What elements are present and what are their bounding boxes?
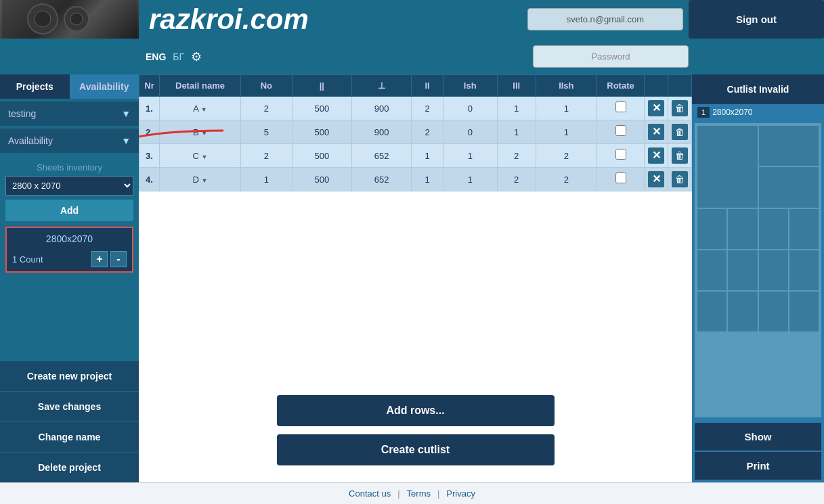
- page-num: 1: [697, 107, 710, 118]
- row-rotate[interactable]: [597, 97, 645, 120]
- row-rotate[interactable]: [597, 120, 645, 144]
- logo-image: [0, 0, 139, 39]
- chevron-down-icon-2: ▼: [121, 135, 131, 146]
- row-rotate[interactable]: [597, 144, 645, 168]
- contact-link[interactable]: Contact us: [349, 488, 391, 499]
- preview-cell: [759, 167, 819, 207]
- create-cutlist-button[interactable]: Create cutlist: [277, 434, 555, 465]
- row-col4: 0: [443, 120, 497, 144]
- row-col3: 2: [412, 120, 443, 144]
- add-rows-button[interactable]: Add rows...: [277, 395, 555, 426]
- privacy-link[interactable]: Privacy: [446, 488, 475, 499]
- count-plus-button[interactable]: +: [91, 251, 108, 267]
- brand-title: razkroi.com: [149, 0, 527, 39]
- preview-cell: [728, 250, 757, 290]
- row-col4: 0: [443, 97, 497, 120]
- save-changes-button[interactable]: Save changes: [0, 392, 139, 421]
- cutlist-invalid-button[interactable]: Cutlist Invalid: [692, 74, 824, 104]
- preview-cell: [697, 126, 758, 208]
- create-new-project-button[interactable]: Create new project: [0, 361, 139, 391]
- footer: Contact us | Terms | Privacy: [0, 482, 824, 504]
- count-label: 1 Count: [12, 254, 89, 265]
- password-button[interactable]: Password: [533, 45, 689, 68]
- row-delete-btn[interactable]: 🗑: [668, 97, 692, 120]
- right-panel: Cutlist Invalid 1 2800x2070 Show: [692, 74, 824, 482]
- sheet-size-input[interactable]: [9, 231, 129, 247]
- row-col2: 900: [351, 120, 411, 144]
- arrow-indicator: [139, 104, 237, 158]
- svg-rect-4: [2, 0, 137, 39]
- col-il: Il: [412, 75, 443, 97]
- gear-icon[interactable]: ⚙: [191, 49, 202, 64]
- row-delete-btn[interactable]: 🗑: [668, 168, 692, 191]
- show-button[interactable]: Show: [695, 423, 821, 451]
- col-detail-name: Detail name: [160, 75, 241, 97]
- change-name-button[interactable]: Change name: [0, 422, 139, 452]
- col-perp: ⊥: [351, 75, 411, 97]
- row-col5: 1: [497, 97, 536, 120]
- tab-availability[interactable]: Availability: [70, 74, 139, 99]
- sheet-preview-area: [695, 123, 821, 417]
- terms-link[interactable]: Terms: [407, 488, 431, 499]
- row-col2: 900: [351, 97, 411, 120]
- lang-bg[interactable]: БГ: [173, 51, 184, 62]
- sheet-preview-label: 2800x2070: [712, 108, 752, 117]
- preview-cell: [728, 209, 757, 249]
- count-minus-button[interactable]: -: [110, 251, 127, 267]
- preview-cell: [789, 250, 819, 290]
- col-iish: IIsh: [536, 75, 597, 97]
- preview-cell: [728, 292, 757, 331]
- print-button[interactable]: Print: [695, 452, 821, 480]
- row-col4: 1: [443, 168, 497, 191]
- preview-cell: [697, 209, 727, 249]
- row-col1: 500: [292, 168, 351, 191]
- preview-cell: [697, 250, 727, 290]
- project-name: testing: [8, 108, 36, 119]
- preview-cell: [759, 209, 788, 249]
- row-col5: 2: [497, 144, 536, 168]
- row-clear-btn[interactable]: ✕: [645, 168, 668, 191]
- row-name[interactable]: D ▼: [160, 168, 241, 191]
- project-dropdown[interactable]: testing ▼: [0, 101, 139, 126]
- col-nr: Nr: [139, 75, 160, 97]
- chevron-down-icon: ▼: [121, 108, 131, 119]
- row-no: 5: [241, 120, 292, 144]
- col-delete: [668, 75, 692, 97]
- row-nr: 4.: [139, 168, 160, 191]
- sheets-select[interactable]: 2800 x 2070: [5, 176, 133, 196]
- content-area: Nr Detail name No || ⊥ Il Ish Ill IIsh R…: [139, 74, 692, 482]
- row-delete-btn[interactable]: 🗑: [668, 144, 692, 168]
- sheet-entry: 1 Count + -: [5, 227, 133, 273]
- row-no: 2: [241, 144, 292, 168]
- preview-cell: [697, 292, 727, 331]
- row-col3: 1: [412, 144, 443, 168]
- row-col6: 2: [536, 168, 597, 191]
- col-rotate: Rotate: [597, 75, 645, 97]
- sheets-inventory-label: Sheets inventory: [5, 162, 133, 173]
- email-button[interactable]: sveto.n@gmail.com: [527, 8, 683, 30]
- footer-sep-1: |: [397, 488, 399, 499]
- row-clear-btn[interactable]: ✕: [645, 97, 668, 120]
- row-delete-btn[interactable]: 🗑: [668, 120, 692, 144]
- lang-eng[interactable]: ENG: [146, 51, 166, 62]
- row-col5: 1: [497, 120, 536, 144]
- row-col1: 500: [292, 120, 351, 144]
- row-col6: 1: [536, 97, 597, 120]
- row-col4: 1: [443, 144, 497, 168]
- row-col6: 1: [536, 120, 597, 144]
- preview-cell: [789, 292, 819, 331]
- row-clear-btn[interactable]: ✕: [645, 144, 668, 168]
- row-no: 1: [241, 168, 292, 191]
- availability-dropdown[interactable]: Availability ▼: [0, 129, 139, 153]
- row-col2: 652: [351, 168, 411, 191]
- add-button[interactable]: Add: [5, 200, 133, 221]
- row-col3: 1: [412, 168, 443, 191]
- col-clear: [645, 75, 668, 97]
- row-clear-btn[interactable]: ✕: [645, 120, 668, 144]
- tab-projects[interactable]: Projects: [0, 74, 70, 99]
- col-ill: Ill: [497, 75, 536, 97]
- row-rotate[interactable]: [597, 168, 645, 191]
- preview-cell: [789, 209, 819, 249]
- delete-project-button[interactable]: Delete project: [0, 453, 139, 482]
- signout-button[interactable]: Sign out: [689, 0, 824, 39]
